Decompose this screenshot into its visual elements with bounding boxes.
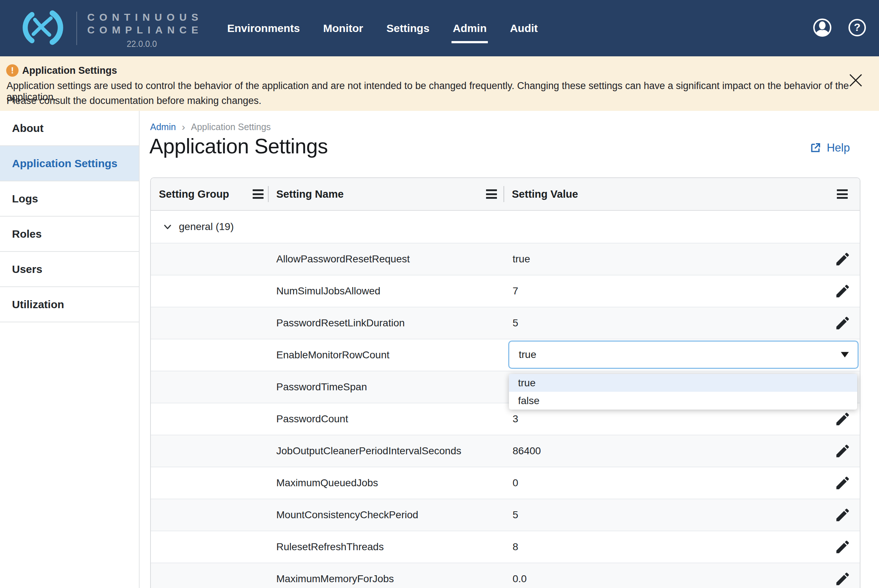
setting-row: MaximumQueuedJobs0	[151, 467, 860, 500]
setting-row: EnableMonitorRowCounttruetruefalse	[151, 339, 860, 371]
warning-icon: !	[6, 64, 18, 76]
table-menu-icon[interactable]	[837, 189, 848, 199]
edit-pencil-icon[interactable]	[834, 507, 851, 524]
setting-name: AllowPasswordResetRequest	[276, 253, 410, 265]
setting-name: EnableMonitorRowCount	[276, 349, 389, 361]
sidebar-item-application-settings[interactable]: Application Settings	[0, 146, 139, 182]
setting-name: PasswordCount	[276, 413, 348, 425]
breadcrumb-admin-link[interactable]: Admin	[150, 122, 176, 132]
nav-item-environments[interactable]: Environments	[227, 18, 300, 38]
column-divider	[504, 186, 504, 202]
column-header-setting-group: Setting Group	[159, 188, 229, 200]
setting-row: PasswordResetLinkDuration5	[151, 308, 860, 339]
sidebar-item-logs[interactable]: Logs	[0, 182, 139, 217]
breadcrumb: Admin › Application Settings	[150, 122, 271, 132]
setting-value: 8	[513, 541, 518, 553]
main-content: Admin › Application Settings Application…	[140, 111, 879, 588]
setting-name: MountConsistencyCheckPeriod	[276, 509, 418, 521]
column-divider	[268, 186, 268, 202]
nav-item-admin[interactable]: Admin	[453, 18, 486, 38]
svg-text:?: ?	[854, 21, 861, 33]
banner-text-line2: Please consult the documentation before …	[6, 95, 261, 106]
app-logo-icon	[19, 9, 65, 46]
setting-value: 86400	[513, 445, 541, 457]
warning-banner: ! Application Settings Application setti…	[0, 56, 879, 111]
app-version: 22.0.0.0	[87, 39, 196, 49]
logo-divider	[76, 12, 77, 45]
edit-pencil-icon[interactable]	[834, 570, 851, 587]
edit-pencil-icon[interactable]	[834, 475, 851, 491]
select-dropdown-menu: truefalse	[509, 374, 857, 410]
setting-value: 0	[513, 477, 518, 489]
setting-name: JobOutputCleanerPeriodIntervalSeconds	[276, 445, 461, 457]
dropdown-option-false[interactable]: false	[509, 392, 857, 410]
setting-row: NumSimulJobsAllowed7	[151, 276, 860, 308]
edit-pencil-icon[interactable]	[834, 315, 851, 332]
column-header-setting-value: Setting Value	[512, 188, 578, 200]
nav-item-audit[interactable]: Audit	[510, 18, 538, 38]
page-title: Application Settings	[149, 134, 328, 158]
select-current-value: true	[519, 349, 536, 360]
setting-row: AllowPasswordResetRequesttrue	[151, 243, 860, 276]
chevron-right-icon: ›	[182, 123, 185, 132]
setting-row: MountConsistencyCheckPeriod5	[151, 500, 860, 531]
setting-value: 7	[513, 285, 518, 297]
edit-pencil-icon[interactable]	[834, 283, 851, 300]
setting-value: true	[513, 253, 530, 265]
setting-value: 5	[513, 317, 518, 329]
nav-item-settings[interactable]: Settings	[386, 18, 429, 38]
table-rows: AllowPasswordResetRequesttrue NumSimulJo…	[151, 243, 860, 588]
group-label: general (19)	[179, 221, 234, 232]
dropdown-option-true[interactable]: true	[509, 374, 857, 392]
admin-sidebar: AboutApplication SettingsLogsRolesUsersU…	[0, 111, 140, 588]
group-row-general[interactable]: general (19)	[151, 211, 860, 243]
edit-pencil-icon[interactable]	[834, 411, 851, 428]
setting-row: JobOutputCleanerPeriodIntervalSeconds864…	[151, 435, 860, 467]
nav-items: EnvironmentsMonitorSettingsAdminAudit	[227, 0, 538, 56]
help-link-label: Help	[826, 141, 850, 154]
setting-value: 0.0	[513, 573, 527, 585]
external-link-icon	[809, 142, 822, 154]
top-navbar: CONTINUOUSCOMPLIANCE 22.0.0.0 Environmen…	[0, 0, 879, 56]
setting-value-select[interactable]: true	[508, 340, 859, 369]
setting-value: 3	[513, 413, 518, 425]
setting-name: RulesetRefreshThreads	[276, 541, 384, 553]
column-header-setting-name: Setting Name	[276, 188, 344, 200]
app-wordmark: CONTINUOUSCOMPLIANCE	[87, 11, 203, 36]
sidebar-item-roles[interactable]: Roles	[0, 217, 139, 252]
setting-name: PasswordResetLinkDuration	[276, 317, 405, 329]
table-header: Setting Group Setting Name Setting Value	[151, 178, 860, 211]
column-menu-icon[interactable]	[486, 189, 497, 199]
settings-table: Setting Group Setting Name Setting Value…	[150, 177, 861, 588]
setting-value: 5	[513, 509, 518, 521]
sidebar-item-utilization[interactable]: Utilization	[0, 287, 139, 322]
breadcrumb-current: Application Settings	[191, 122, 271, 132]
setting-name: PasswordTimeSpan	[276, 381, 367, 393]
help-link[interactable]: Help	[809, 141, 850, 154]
help-icon[interactable]: ?	[848, 18, 867, 37]
sidebar-item-about[interactable]: About	[0, 111, 139, 146]
chevron-down-icon[interactable]	[162, 221, 173, 232]
caret-down-icon	[841, 352, 849, 358]
edit-pencil-icon[interactable]	[834, 442, 851, 459]
column-menu-icon[interactable]	[253, 189, 264, 199]
setting-row: RulesetRefreshThreads8	[151, 531, 860, 563]
nav-item-monitor[interactable]: Monitor	[323, 18, 363, 38]
setting-row: MaximumMemoryForJobs0.0	[151, 563, 860, 588]
sidebar-item-users[interactable]: Users	[0, 252, 139, 287]
user-account-icon[interactable]	[813, 18, 832, 37]
setting-name: MaximumMemoryForJobs	[276, 573, 394, 585]
close-icon[interactable]	[848, 72, 864, 88]
edit-pencil-icon[interactable]	[834, 538, 851, 555]
setting-name: NumSimulJobsAllowed	[276, 285, 380, 297]
setting-name: MaximumQueuedJobs	[276, 477, 378, 489]
edit-pencil-icon[interactable]	[834, 251, 851, 267]
banner-title: Application Settings	[22, 65, 117, 76]
